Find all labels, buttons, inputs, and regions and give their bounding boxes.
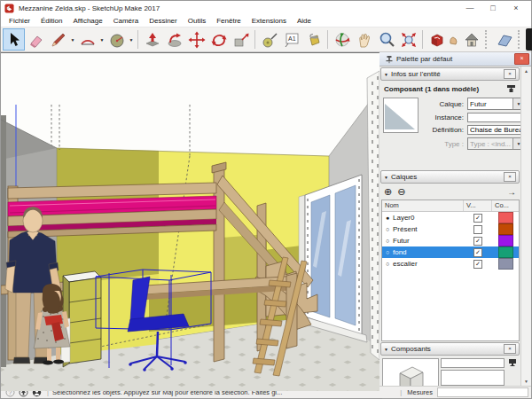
scroll-down-icon[interactable]: ▼ (524, 379, 528, 384)
column-name[interactable]: Nom (382, 200, 464, 211)
layer-row[interactable]: ○ Futur ✓ (382, 235, 519, 246)
zoom-extents-tool-button[interactable] (397, 28, 419, 51)
follow-me-tool-button[interactable] (163, 28, 185, 51)
panel-scrollbar[interactable]: ▲ ▼ (520, 66, 531, 386)
menu-dessiner[interactable]: Dessiner (144, 17, 183, 25)
sketchup-logo-icon (4, 4, 14, 13)
3d-viewport[interactable] (1, 52, 379, 386)
layer-name[interactable]: Futur (393, 237, 464, 245)
toolbar-separator (327, 30, 328, 49)
collapse-arrow-icon[interactable]: ▼ (384, 175, 388, 180)
layers-section-header[interactable]: ▼ Calques × (380, 170, 520, 184)
instance-input[interactable] (467, 113, 525, 122)
entity-details-icon[interactable] (506, 84, 516, 94)
component-description-box[interactable] (441, 370, 505, 386)
layers-details-arrow-icon[interactable]: → (507, 187, 516, 197)
move-tool-button[interactable] (185, 28, 207, 51)
layer-visible-checkbox[interactable]: ✓ (473, 248, 482, 257)
layer-radio[interactable]: ○ (382, 226, 393, 232)
shapes-tool-button[interactable] (106, 28, 128, 51)
tray-close-button[interactable]: × (514, 53, 529, 65)
pencil-icon (50, 31, 67, 49)
component-thumbnail (383, 98, 419, 133)
remove-layer-button[interactable]: ⊖ (397, 186, 405, 198)
layer-name[interactable]: Layer0 (393, 214, 464, 222)
add-layer-button[interactable]: ⊕ (384, 186, 392, 198)
layer-visible-checkbox[interactable]: ✓ (473, 237, 482, 246)
layers-close-button[interactable]: × (504, 172, 516, 182)
layer-radio[interactable]: ● (382, 215, 393, 221)
entity-info-section-header[interactable]: ▼ Infos sur l'entité × (380, 67, 520, 81)
menu-aide[interactable]: Aide (292, 17, 317, 25)
layer-color-swatch[interactable] (498, 235, 513, 246)
layer-radio[interactable]: ○ (382, 249, 393, 255)
close-button[interactable]: × (505, 2, 528, 14)
rotate-tool-button[interactable] (207, 28, 230, 51)
text-tool-button[interactable]: A1 (280, 28, 302, 51)
layer-color-swatch[interactable] (498, 212, 513, 223)
tray-header[interactable]: Palette par défaut × (379, 52, 531, 66)
scroll-up-icon[interactable]: ▲ (524, 68, 528, 74)
line-tool-caret[interactable]: ▼ (69, 37, 76, 43)
shapes-tool-caret[interactable]: ▼ (128, 37, 135, 43)
layer-name[interactable]: escalier (393, 260, 464, 268)
orbit-tool-button[interactable] (331, 28, 353, 51)
paint-bucket-tool-button[interactable] (302, 28, 325, 51)
layer-row[interactable]: ○ escalier ✓ (382, 258, 519, 270)
measures-input[interactable] (437, 387, 528, 397)
layer-radio[interactable]: ○ (382, 261, 393, 267)
layer-color-swatch[interactable] (498, 258, 513, 270)
tape-measure-tool-button[interactable] (258, 28, 280, 51)
minimize-button[interactable]: — (458, 2, 481, 14)
menu-edition[interactable]: Édition (35, 17, 67, 25)
scale-tool-button[interactable] (230, 28, 252, 51)
component-name-input[interactable] (441, 358, 505, 368)
layer-visible-checkbox[interactable] (473, 225, 482, 234)
arc-tool-caret[interactable]: ▼ (98, 37, 106, 43)
components-close-button[interactable]: × (504, 344, 516, 354)
zoom-tool-button[interactable] (375, 28, 397, 51)
arc-tool-button[interactable] (76, 28, 98, 51)
layer-select[interactable]: Futur ▼ (467, 98, 525, 110)
warehouse-button[interactable] (426, 28, 448, 51)
layer-visible-checkbox[interactable]: ✓ (473, 214, 482, 223)
get-models-button[interactable] (460, 28, 482, 51)
type-select: Type : <ind... ▼ (467, 137, 525, 150)
toolbar-separator (137, 30, 138, 49)
column-color[interactable]: Co... (492, 200, 519, 211)
entity-info-close-button[interactable]: × (504, 69, 516, 79)
maximize-button[interactable]: □ (481, 2, 505, 14)
select-tool-button[interactable] (3, 28, 25, 51)
collapse-arrow-icon[interactable]: ▼ (384, 72, 388, 77)
menu-fichier[interactable]: Fichier (4, 17, 35, 25)
layers-table-header[interactable]: Nom V... Co... (382, 200, 519, 212)
push-pull-tool-button[interactable] (141, 28, 163, 51)
default-tray-panel: Palette par défaut × ▼ Infos sur l'entit… (379, 52, 531, 386)
layer-radio[interactable]: ○ (382, 238, 393, 244)
layer-name[interactable]: Présent (393, 225, 464, 233)
layer-row[interactable]: ○ fond ✓ (382, 246, 519, 258)
section-plane-button[interactable] (493, 28, 515, 51)
collapse-arrow-icon[interactable]: ▼ (384, 347, 388, 352)
layer-row[interactable]: ● Layer0 ✓ (382, 212, 519, 223)
pin-icon[interactable] (385, 55, 394, 64)
share-model-button[interactable] (448, 28, 460, 51)
menu-extensions[interactable]: Extensions (246, 17, 292, 25)
layer-color-swatch[interactable] (498, 246, 513, 258)
secondary-pane-icon[interactable] (508, 358, 517, 367)
send-to-layout-button[interactable]: L' (526, 28, 532, 51)
eraser-tool-button[interactable] (25, 28, 47, 51)
pan-tool-button[interactable] (353, 28, 375, 51)
components-section-header[interactable]: ▼ Composants × (380, 342, 520, 356)
column-visible[interactable]: V... (464, 200, 492, 211)
layer-row[interactable]: ○ Présent (382, 223, 519, 235)
line-tool-button[interactable] (47, 28, 69, 51)
layer-color-swatch[interactable] (498, 223, 513, 235)
layer-name[interactable]: fond (393, 248, 464, 256)
menu-affichage[interactable]: Affichage (67, 17, 107, 25)
layer-visible-checkbox[interactable]: ✓ (473, 260, 482, 269)
menu-camera[interactable]: Caméra (108, 17, 144, 25)
definition-input[interactable] (467, 125, 525, 135)
menu-fenetre[interactable]: Fenêtre (211, 17, 246, 25)
menu-outils[interactable]: Outils (183, 17, 211, 25)
